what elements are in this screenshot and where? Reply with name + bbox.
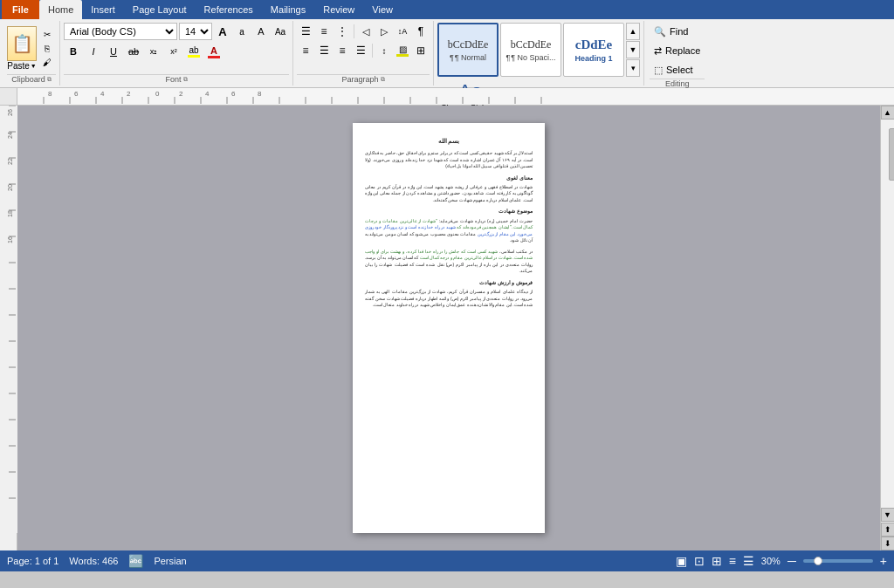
- editing-content: 🔍 Find ⇄ Replace ⬚ Select: [650, 23, 705, 79]
- font-grow-button[interactable]: A: [214, 23, 231, 40]
- tab-page-layout[interactable]: Page Layout: [124, 0, 196, 19]
- font-expand-icon: ⧉: [183, 76, 188, 83]
- page-para2: شهادت در اصطلاح فقهی و عرفانی از ریشه شه…: [365, 184, 533, 204]
- ruler-area: 8 6 4 2 0 2 4 6 8: [0, 88, 894, 106]
- page-para4: در مکتب اسلامی، شهید کسی است که جانش را …: [365, 249, 533, 275]
- font-shrink-button[interactable]: a: [233, 23, 251, 40]
- zoom-out-button[interactable]: ─: [787, 554, 796, 568]
- page-title: بسم الله: [365, 137, 533, 145]
- style-normal[interactable]: bCcDdEe ¶¶ Normal: [437, 23, 499, 77]
- cut-button[interactable]: ✂: [38, 28, 56, 41]
- clear-format-button[interactable]: A: [252, 23, 270, 40]
- tab-file[interactable]: File: [2, 0, 39, 19]
- style-normal-label: ¶¶ Normal: [450, 53, 486, 62]
- increase-indent-button[interactable]: ▷: [375, 23, 393, 40]
- multilevel-button[interactable]: ⋮: [334, 23, 351, 40]
- find-button[interactable]: 🔍 Find: [650, 23, 705, 40]
- paste-button[interactable]: 📋 Paste ▼: [7, 26, 37, 71]
- font-size-select[interactable]: 14: [179, 23, 212, 40]
- tab-review[interactable]: Review: [314, 0, 363, 19]
- proofing-icon[interactable]: 🔤: [128, 554, 143, 568]
- font-label: Font ⧉: [64, 74, 289, 84]
- page-heading3: فرموش و ارزش شهادت: [365, 279, 533, 286]
- copy-button[interactable]: ⎘: [38, 42, 56, 55]
- format-painter-button[interactable]: 🖌: [38, 56, 56, 69]
- zoom-slider[interactable]: [803, 559, 873, 563]
- document-canvas[interactable]: بسم الله استدلال بر آنکه شهید حقیقی کسی …: [17, 106, 880, 550]
- text-highlight-button[interactable]: ab: [184, 42, 203, 61]
- tab-references[interactable]: References: [196, 0, 262, 19]
- style-heading1-label: Heading 1: [574, 54, 612, 63]
- styles-scroll-up-button[interactable]: ▲: [626, 23, 640, 40]
- scroll-down-button[interactable]: ▼: [881, 508, 895, 522]
- full-screen-icon[interactable]: ⊡: [694, 554, 705, 568]
- svg-text:4: 4: [100, 90, 105, 98]
- sort-button[interactable]: ↕A: [394, 23, 411, 40]
- tab-home[interactable]: Home: [39, 0, 82, 19]
- page-para3: حضرت امام خمینی (ره) درباره شهادت می‌فرم…: [365, 218, 533, 244]
- style-heading1[interactable]: cDdEe Heading 1: [563, 23, 624, 77]
- justify-button[interactable]: ☰: [352, 42, 369, 59]
- show-marks-button[interactable]: ¶: [412, 23, 430, 40]
- underline-button[interactable]: U: [104, 42, 123, 61]
- italic-button[interactable]: I: [84, 42, 103, 61]
- superscript-button[interactable]: x²: [164, 42, 183, 61]
- web-layout-icon[interactable]: ⊞: [712, 554, 722, 568]
- ruler-corner: [0, 88, 17, 106]
- font-color-button[interactable]: A: [204, 42, 224, 61]
- page-down-button[interactable]: ⬇: [881, 537, 895, 550]
- svg-text:18: 18: [7, 210, 13, 217]
- styles-more-button[interactable]: ▾: [626, 59, 640, 77]
- align-center-button[interactable]: ☰: [315, 42, 333, 59]
- svg-text:24: 24: [7, 132, 13, 139]
- replace-button[interactable]: ⇄ Replace: [650, 42, 705, 59]
- decrease-indent-button[interactable]: ◁: [357, 23, 375, 40]
- status-bar: Page: 1 of 1 Words: 466 🔤 Persian ▣ ⊡ ⊞ …: [0, 550, 894, 571]
- clipboard-mini-buttons: ✂ ⎘ 🖌: [38, 26, 56, 70]
- select-icon: ⬚: [654, 65, 663, 76]
- horizontal-ruler: 8 6 4 2 0 2 4 6 8: [17, 88, 894, 105]
- document-page: بسم الله استدلال بر آنکه شهید حقیقی کسی …: [353, 123, 545, 533]
- paste-dropdown-icon: ▼: [31, 63, 37, 69]
- ruler-v-svg: 26 24 22 20 18 16: [0, 106, 17, 533]
- tab-insert[interactable]: Insert: [82, 0, 124, 19]
- replace-icon: ⇄: [654, 45, 662, 57]
- subscript-button[interactable]: x₂: [144, 42, 163, 61]
- svg-text:2: 2: [179, 90, 183, 98]
- outline-icon[interactable]: ≡: [729, 554, 736, 568]
- draft-icon[interactable]: ☰: [743, 554, 754, 568]
- change-case-button[interactable]: Aa: [272, 23, 289, 40]
- bold-button[interactable]: B: [64, 42, 83, 61]
- page-info: Page: 1 of 1: [7, 556, 58, 566]
- align-right-button[interactable]: ≡: [334, 42, 351, 59]
- font-group: Arial (Body CS) 14 A a A Aa B I U ab x₂ …: [60, 21, 293, 85]
- svg-text:8: 8: [258, 90, 262, 98]
- style-no-spacing-label: ¶¶ No Spaci...: [505, 53, 555, 62]
- svg-text:4: 4: [205, 90, 210, 98]
- font-name-select[interactable]: Arial (Body CS): [64, 23, 177, 40]
- page-content: بسم الله استدلال بر آنکه شهید حقیقی کسی …: [365, 137, 533, 309]
- line-spacing-button[interactable]: ↕: [375, 42, 393, 59]
- bullets-button[interactable]: ☰: [297, 23, 314, 40]
- tab-mailings[interactable]: Mailings: [262, 0, 314, 19]
- scroll-up-button[interactable]: ▲: [881, 106, 895, 120]
- select-button[interactable]: ⬚ Select: [650, 61, 705, 79]
- tab-view[interactable]: View: [363, 0, 402, 19]
- svg-text:22: 22: [7, 158, 13, 165]
- font-row2: B I U ab x₂ x² ab A: [64, 42, 289, 61]
- status-right: ▣ ⊡ ⊞ ≡ ☰ 30% ─ +: [676, 554, 887, 568]
- page-heading1: معنای لغوی: [365, 174, 533, 181]
- clipboard-buttons: 📋 Paste ▼ ✂ ⎘ 🖌: [7, 23, 56, 72]
- zoom-in-button[interactable]: +: [880, 554, 887, 568]
- borders-button[interactable]: ⊞: [412, 42, 430, 59]
- print-layout-icon[interactable]: ▣: [676, 554, 687, 568]
- align-left-button[interactable]: ≡: [297, 42, 314, 59]
- styles-scroll-down-button[interactable]: ▼: [626, 41, 640, 58]
- scroll-thumb[interactable]: [889, 128, 895, 181]
- style-no-spacing[interactable]: bCcDdEe ¶¶ No Spaci...: [500, 23, 561, 77]
- clipboard-group: 📋 Paste ▼ ✂ ⎘ 🖌 Clipboard ⧉: [3, 21, 60, 85]
- shading-button[interactable]: ▨: [394, 42, 411, 59]
- strikethrough-button[interactable]: ab: [124, 42, 143, 61]
- numbering-button[interactable]: ≡: [315, 23, 333, 40]
- page-up-button[interactable]: ⬆: [881, 523, 895, 537]
